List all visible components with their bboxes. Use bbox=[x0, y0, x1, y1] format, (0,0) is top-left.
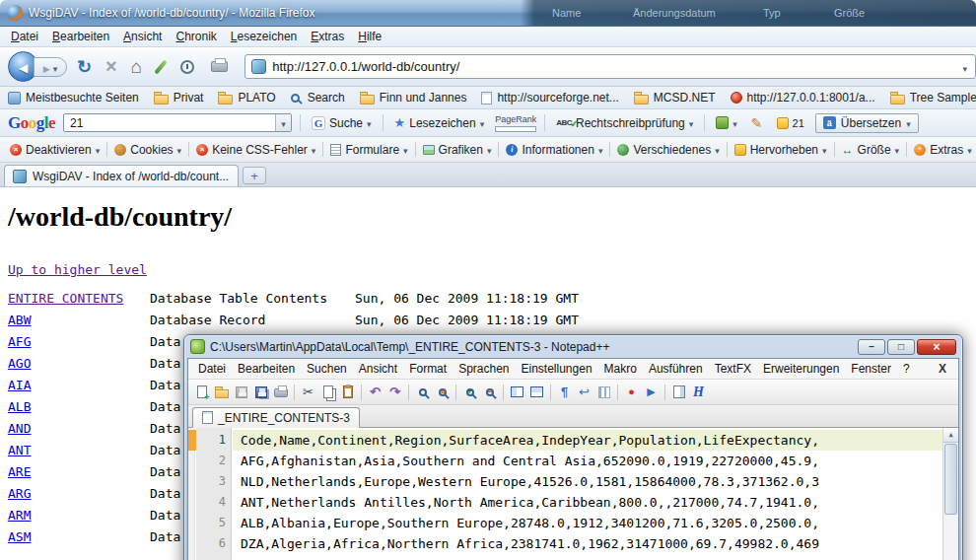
spellcheck-button[interactable]: Rechtschreibprüfung bbox=[553, 114, 696, 132]
npp-menu-ausfhren[interactable]: Ausführen bbox=[643, 360, 709, 378]
url-text[interactable]: http://127.0.0.1/world-db/country/ bbox=[272, 59, 954, 74]
line-text[interactable]: NLD,Netherlands,Europe,Western Europe,41… bbox=[233, 471, 942, 492]
npp-menu-ansicht[interactable]: Ansicht bbox=[353, 360, 403, 378]
npp-indent-guide-icon[interactable] bbox=[594, 383, 613, 401]
highlighter-button[interactable]: 21 bbox=[774, 115, 807, 131]
npp-macro-record-icon[interactable]: ● bbox=[622, 383, 641, 401]
dropdown-arrow[interactable] bbox=[906, 116, 911, 130]
npp-menu-makro[interactable]: Makro bbox=[598, 360, 643, 378]
firefox-menu-extras[interactable]: Extras bbox=[304, 28, 351, 45]
npp-paste-icon[interactable] bbox=[338, 383, 357, 401]
listing-link[interactable]: ARE bbox=[8, 461, 150, 483]
npp-html-preview-icon[interactable]: H bbox=[689, 383, 708, 401]
bookmark-item[interactable]: Meistbesuchte Seiten bbox=[8, 91, 139, 105]
npp-menu-textfx[interactable]: TextFX bbox=[709, 360, 757, 378]
listing-link[interactable]: ENTIRE CONTENTS bbox=[8, 288, 150, 310]
npp-maximize-button[interactable] bbox=[887, 339, 915, 355]
line-text[interactable]: ANT,Netherlands Antilles,North America,C… bbox=[233, 492, 942, 513]
history-clock-icon[interactable] bbox=[180, 60, 194, 74]
npp-split-vertical-icon[interactable] bbox=[508, 383, 526, 401]
bookmark-item[interactable]: Tree Samples bbox=[890, 91, 976, 105]
npp-doc-map-icon[interactable] bbox=[669, 383, 688, 401]
bookmark-item[interactable]: PLATO bbox=[218, 91, 275, 105]
npp-vertical-scrollbar[interactable]: ▲ bbox=[942, 428, 958, 560]
npp-zoom-in-icon[interactable] bbox=[460, 383, 479, 401]
dropdown-arrow[interactable] bbox=[480, 116, 485, 130]
webdev-item-form[interactable]: Formulare bbox=[326, 143, 411, 157]
npp-minimize-button[interactable] bbox=[858, 339, 885, 355]
google-search-button[interactable]: Suche bbox=[309, 114, 375, 132]
npp-save-all-icon[interactable] bbox=[251, 383, 270, 401]
npp-split-horizontal-icon[interactable] bbox=[527, 383, 546, 401]
bookmark-item[interactable]: Finn und Jannes bbox=[360, 91, 467, 105]
listing-link[interactable]: ABW bbox=[8, 310, 150, 331]
firefox-titlebar[interactable]: WsgiDAV - Index of /world-db/country/ - … bbox=[0, 0, 976, 27]
bookmark-item[interactable]: MCSD.NET bbox=[634, 91, 716, 105]
print-button[interactable] bbox=[211, 61, 228, 72]
npp-menu-fenster[interactable]: Fenster bbox=[845, 360, 897, 378]
npp-titlebar[interactable]: C:\Users\Martin\AppData\Local\Temp\_ENTI… bbox=[187, 335, 959, 358]
listing-link[interactable]: AND bbox=[8, 418, 150, 440]
reload-button[interactable] bbox=[77, 56, 92, 78]
npp-open-icon[interactable] bbox=[212, 383, 231, 401]
bookmark-item[interactable]: Search bbox=[291, 91, 345, 105]
translate-button[interactable]: Übersetzen bbox=[815, 113, 919, 133]
line-text[interactable]: ALB,Albania,Europe,Southern Europe,28748… bbox=[233, 513, 942, 533]
edit-button[interactable] bbox=[748, 113, 766, 133]
webdev-item-resize[interactable]: Größe bbox=[838, 143, 904, 157]
firefox-menu-hilfe[interactable]: Hilfe bbox=[351, 28, 388, 45]
npp-editor[interactable]: 1Code,Name,Continent,Region,SurfaceArea,… bbox=[188, 428, 958, 560]
listing-link[interactable]: ASM bbox=[8, 526, 150, 548]
npp-undo-icon[interactable]: ↶ bbox=[366, 383, 384, 401]
npp-cut-icon[interactable]: ✂ bbox=[299, 383, 317, 401]
firefox-menu-bearbeiten[interactable]: Bearbeiten bbox=[45, 28, 116, 45]
npp-menu-format[interactable]: Format bbox=[403, 360, 453, 378]
url-bar[interactable]: http://127.0.0.1/world-db/country/ bbox=[244, 54, 976, 79]
webdev-item-css[interactable]: Keine CSS-Fehler bbox=[192, 143, 319, 157]
listing-link[interactable]: AGO bbox=[8, 353, 150, 375]
npp-zoom-out-icon[interactable] bbox=[480, 383, 499, 401]
npp-menu-close[interactable]: X bbox=[931, 362, 954, 376]
npp-redo-icon[interactable]: ↷ bbox=[385, 383, 404, 401]
webdev-item-misc[interactable]: Verschiedenes bbox=[613, 143, 723, 157]
dropdown-arrow[interactable] bbox=[367, 116, 372, 130]
new-tab-button[interactable]: + bbox=[243, 167, 266, 184]
npp-macro-play-icon[interactable]: ▶ bbox=[642, 383, 661, 401]
up-link[interactable]: Up to higher level bbox=[8, 262, 147, 277]
npp-show-symbols-icon[interactable]: ¶ bbox=[555, 383, 574, 401]
npp-menu-einstellungen[interactable]: Einstellungen bbox=[516, 360, 598, 378]
npp-word-wrap-icon[interactable]: ↩ bbox=[575, 383, 593, 401]
npp-menu-datei[interactable]: Datei bbox=[192, 360, 232, 378]
url-dropdown-arrow[interactable] bbox=[960, 58, 969, 76]
npp-tab[interactable]: _ENTIRE_CONTENTS-3 bbox=[192, 407, 360, 428]
google-bookmarks-button[interactable]: Lesezeichen bbox=[391, 113, 488, 132]
dropdown-arrow[interactable] bbox=[689, 116, 694, 130]
webdev-item-highlight[interactable]: Hervorheben bbox=[731, 143, 831, 157]
scroll-up-arrow[interactable]: ▲ bbox=[943, 428, 958, 443]
listing-link[interactable]: AFG bbox=[8, 331, 150, 353]
bookmark-item[interactable]: Privat bbox=[154, 91, 204, 105]
webdev-item-info[interactable]: Informationen bbox=[502, 143, 606, 157]
npp-print-icon[interactable] bbox=[271, 383, 290, 401]
notepadpp-window[interactable]: C:\Users\Martin\AppData\Local\Temp\_ENTI… bbox=[183, 334, 963, 560]
pagerank-indicator[interactable]: PageRank bbox=[495, 114, 536, 132]
firefox-menu-ansicht[interactable]: Ansicht bbox=[116, 28, 169, 45]
listing-link[interactable]: ARM bbox=[8, 505, 150, 526]
npp-menu-erweiterungen[interactable]: Erweiterungen bbox=[757, 360, 845, 378]
history-dropdown-arrow[interactable] bbox=[53, 58, 58, 76]
line-text[interactable]: DZA,Algeria,Africa,Northern Africa,23817… bbox=[233, 533, 942, 554]
tab-wsgidav[interactable]: WsgiDAV - Index of /world-db/count... bbox=[4, 165, 239, 186]
google-search-dropdown[interactable] bbox=[275, 114, 291, 131]
listing-link[interactable]: ARG bbox=[8, 483, 150, 505]
line-text[interactable]: AFG,Afghanistan,Asia,Southern and Centra… bbox=[233, 451, 942, 471]
listing-link[interactable]: ALB bbox=[8, 396, 150, 418]
webdev-item-image[interactable]: Grafiken bbox=[419, 143, 496, 157]
npp-find-icon[interactable] bbox=[413, 383, 432, 401]
webdev-item-disable[interactable]: Deaktivieren bbox=[6, 143, 104, 157]
npp-close-button[interactable] bbox=[917, 339, 956, 355]
npp-menu-suchen[interactable]: Suchen bbox=[301, 360, 353, 378]
npp-new-file-icon[interactable] bbox=[192, 383, 211, 401]
line-text[interactable]: Code,Name,Continent,Region,SurfaceArea,I… bbox=[233, 430, 942, 451]
npp-replace-icon[interactable] bbox=[433, 383, 452, 401]
bookmark-item[interactable]: http://sourceforge.net... bbox=[481, 91, 618, 105]
